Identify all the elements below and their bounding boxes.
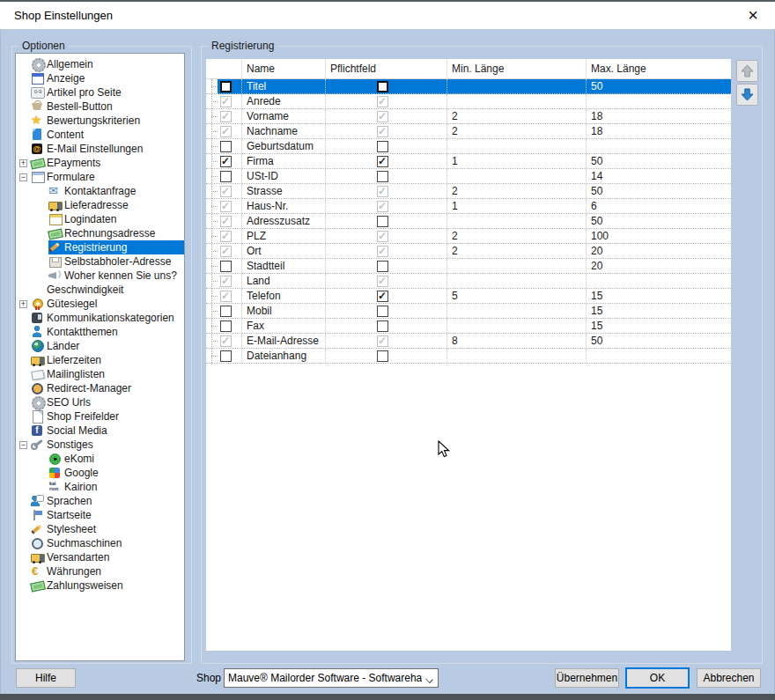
tree-item-shop-freifelder[interactable]: Shop Freifelder [16, 409, 184, 424]
tree-item-e-mail-einstellungen[interactable]: E-Mail Einstellungen [16, 142, 184, 156]
field-required-checkbox[interactable] [377, 261, 388, 272]
tree-item-lieferadresse[interactable]: Lieferadresse [16, 198, 184, 212]
tree-item-stylesheet[interactable]: Stylesheet [16, 522, 184, 536]
field-enabled-checkbox[interactable] [220, 171, 232, 182]
expand-plus-icon[interactable]: + [19, 159, 27, 167]
tree-item-mailinglisten[interactable]: Mailinglisten [16, 367, 184, 381]
tree-item-rechnungsadresse[interactable]: Rechnungsadresse [16, 226, 184, 240]
table-row-telefon[interactable]: Telefon 5 15 [206, 289, 731, 304]
tree-item-allgemein[interactable]: Allgemein [16, 57, 184, 71]
field-enabled-checkbox[interactable] [220, 306, 232, 317]
field-required-checkbox[interactable] [377, 81, 388, 92]
tree-item-google[interactable]: Google [16, 466, 184, 480]
tree-item-logindaten[interactable]: Logindaten [16, 212, 184, 226]
tree-item-anzeige[interactable]: Anzeige [16, 71, 184, 85]
field-required-checkbox[interactable] [377, 141, 388, 152]
column-header-name[interactable]: Name [242, 59, 326, 78]
field-enabled-checkbox[interactable] [220, 335, 232, 347]
tree-item-startseite[interactable]: Startseite [16, 508, 184, 522]
ok-button[interactable]: OK [625, 667, 690, 689]
tree-item-suchmaschinen[interactable]: Suchmaschinen [16, 536, 184, 550]
tree-item-selbstabholer-adresse[interactable]: Selbstabholer-Adresse [16, 254, 184, 269]
tree-item-zahlungsweisen[interactable]: Zahlungsweisen [16, 578, 184, 593]
column-header-select[interactable] [206, 59, 242, 78]
collapse-minus-icon[interactable]: − [19, 441, 27, 449]
field-required-checkbox[interactable] [377, 201, 388, 212]
field-required-checkbox[interactable] [377, 216, 388, 227]
tree-item-w-hrungen[interactable]: Währungen [16, 564, 184, 578]
collapse-minus-icon[interactable]: − [19, 173, 27, 181]
field-enabled-checkbox[interactable] [220, 156, 232, 167]
tree-item-content[interactable]: Content [16, 128, 184, 142]
field-enabled-checkbox[interactable] [220, 321, 232, 332]
field-required-checkbox[interactable] [377, 96, 388, 107]
tree-item-epayments[interactable]: + EPayments [16, 156, 184, 170]
field-required-checkbox[interactable] [377, 156, 388, 167]
table-row-plz[interactable]: PLZ 2 100 [206, 229, 731, 244]
table-row-fax[interactable]: Fax 15 [206, 319, 731, 334]
field-enabled-checkbox[interactable] [220, 216, 232, 227]
tree-item-woher-kennen-sie-uns[interactable]: Woher kennen Sie uns? [16, 269, 184, 283]
tree-item-registrierung[interactable]: Registrierung [16, 240, 184, 254]
field-required-checkbox[interactable] [377, 246, 388, 257]
column-header-min-laenge[interactable]: Min. Länge [447, 59, 587, 78]
table-row-e-mail-adresse[interactable]: E-Mail-Adresse 8 50 [206, 334, 731, 349]
tree-item-seo-urls[interactable]: SEO Urls [16, 395, 184, 409]
field-enabled-checkbox[interactable] [220, 141, 232, 152]
table-row-vorname[interactable]: Vorname 2 18 [206, 109, 731, 124]
field-enabled-checkbox[interactable] [220, 246, 232, 257]
close-icon[interactable]: × [743, 4, 763, 26]
chevron-down-icon[interactable] [422, 669, 438, 687]
field-required-checkbox[interactable] [377, 231, 388, 242]
field-required-checkbox[interactable] [377, 111, 388, 122]
field-required-checkbox[interactable] [377, 126, 388, 137]
field-required-checkbox[interactable] [377, 186, 388, 197]
move-up-button[interactable] [736, 60, 758, 82]
tree-item-bestell-button[interactable]: Bestell-Button [16, 99, 184, 114]
help-button[interactable]: Hilfe [16, 668, 76, 688]
field-enabled-checkbox[interactable] [220, 186, 232, 197]
field-enabled-checkbox[interactable] [220, 126, 232, 137]
table-row-geburtsdatum[interactable]: Geburtsdatum [206, 139, 731, 154]
tree-item-ekomi[interactable]: eKomi [16, 452, 184, 466]
field-enabled-checkbox[interactable] [220, 261, 232, 272]
tree-item-sprachen[interactable]: Sprachen [16, 494, 184, 508]
field-enabled-checkbox[interactable] [220, 291, 232, 302]
tree-item-formulare[interactable]: − Formulare [16, 170, 184, 184]
table-row-stadtteil[interactable]: Stadtteil 20 [206, 259, 731, 274]
move-down-button[interactable] [736, 84, 758, 106]
table-row-strasse[interactable]: Strasse 2 50 [206, 184, 731, 199]
table-row-dateianhang[interactable]: Dateianhang [206, 349, 731, 364]
field-enabled-checkbox[interactable] [220, 350, 232, 362]
field-required-checkbox[interactable] [377, 291, 388, 302]
field-required-checkbox[interactable] [377, 276, 388, 287]
field-enabled-checkbox[interactable] [220, 96, 232, 107]
field-enabled-checkbox[interactable] [220, 81, 232, 92]
tree-item-artikel-pro-seite[interactable]: Artikel pro Seite [16, 85, 184, 99]
apply-button[interactable]: Übernehmen [555, 668, 619, 688]
field-required-checkbox[interactable] [377, 306, 388, 317]
cancel-button[interactable]: Abbrechen [697, 668, 761, 688]
tree-item-bewertungskriterien[interactable]: Bewertungskriterien [16, 114, 184, 128]
field-enabled-checkbox[interactable] [220, 276, 232, 287]
tree-item-kontaktthemen[interactable]: Kontaktthemen [16, 325, 184, 339]
tree-item-kontaktanfrage[interactable]: Kontaktanfrage [16, 184, 184, 198]
tree-item-social-media[interactable]: Social Media [16, 424, 184, 438]
table-row-mobil[interactable]: Mobil 15 [206, 304, 731, 319]
tree-item-geschwindigkeit[interactable]: Geschwindigkeit [16, 283, 184, 297]
tree-item-kommunikationskategorien[interactable]: Kommunikationskategorien [16, 311, 184, 325]
table-row-land[interactable]: Land [206, 274, 731, 289]
table-row-titel[interactable]: Titel 50 [206, 79, 731, 94]
tree-item-lieferzeiten[interactable]: Lieferzeiten [16, 353, 184, 367]
column-header-pflichtfeld[interactable]: Pflichtfeld [326, 59, 447, 78]
tree-item-kairion[interactable]: Kairion [16, 480, 184, 494]
tree-item-redirect-manager[interactable]: Redirect-Manager [16, 381, 184, 395]
expand-plus-icon[interactable]: + [19, 300, 27, 308]
field-enabled-checkbox[interactable] [220, 201, 232, 212]
table-row-ort[interactable]: Ort 2 20 [206, 244, 731, 259]
table-row-adresszusatz[interactable]: Adresszusatz 50 [206, 214, 731, 229]
tree-item-sonstiges[interactable]: − Sonstiges [16, 438, 184, 452]
tree-item-l-nder[interactable]: Länder [16, 339, 184, 353]
field-required-checkbox[interactable] [377, 321, 388, 332]
field-required-checkbox[interactable] [377, 171, 388, 182]
